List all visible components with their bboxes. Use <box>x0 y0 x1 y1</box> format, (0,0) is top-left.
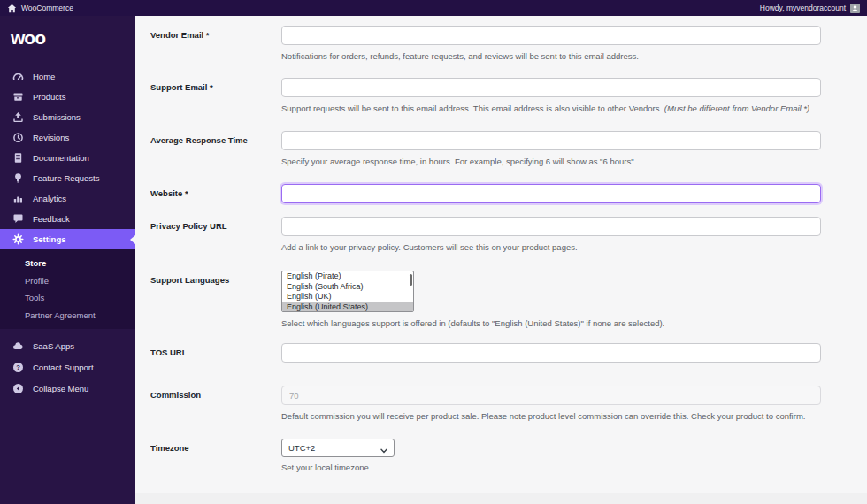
woo-logo: woo <box>0 16 135 50</box>
sidebar-item-feedback[interactable]: Feedback <box>0 209 135 229</box>
privacy-policy-url-label: Privacy Policy URL <box>150 217 281 253</box>
sidebar-item-feature-requests[interactable]: Feature Requests <box>0 168 135 188</box>
bar-chart-icon <box>12 193 24 204</box>
vendor-email-description: Notifications for orders, refunds, featu… <box>281 50 821 62</box>
field-row-average-response-time: Average Response Time Specify your avera… <box>150 131 867 167</box>
commission-label: Commission <box>150 386 281 422</box>
products-icon <box>12 91 24 103</box>
sidebar-item-products[interactable]: Products <box>0 87 135 107</box>
field-row-tos-url: TOS URL <box>150 343 867 363</box>
average-response-time-description: Specify your average response time, in h… <box>281 156 821 167</box>
sidebar-item-label: Feedback <box>33 214 70 224</box>
field-row-commission: Commission Default commission you will r… <box>150 386 867 422</box>
submenu-item-tools[interactable]: Tools <box>0 289 135 307</box>
sidebar-item-home[interactable]: Home <box>0 66 135 87</box>
submenu-item-store[interactable]: Store <box>0 255 135 272</box>
document-icon <box>12 152 24 164</box>
support-languages-label: Support Languages <box>150 271 281 329</box>
vendor-settings-page: WooCommerce Howdy, myvendoraccount woo H… <box>0 0 867 504</box>
svg-text:?: ? <box>16 363 20 371</box>
sidebar-item-label: Collapse Menu <box>33 384 88 393</box>
field-row-support-email: Support Email * Support requests will be… <box>150 78 867 114</box>
field-row-vendor-email: Vendor Email * Notifications for orders,… <box>150 26 867 62</box>
sidebar-item-label: Products <box>33 92 66 102</box>
sidebar-item-saas-apps[interactable]: SaaS Apps <box>0 335 135 356</box>
support-email-description-text: Support requests will be sent to this em… <box>281 103 664 113</box>
home-icon <box>7 4 17 13</box>
listbox-scrollbar-thumb[interactable] <box>410 274 412 286</box>
sidebar-item-label: Revisions <box>33 133 69 142</box>
chevron-down-icon <box>380 446 387 455</box>
howdy-text: Howdy, myvendoraccount <box>760 4 846 12</box>
upload-icon <box>12 111 24 123</box>
support-languages-listbox[interactable]: English (Pirate) English (South Africa) … <box>281 271 414 312</box>
field-row-privacy-policy-url: Privacy Policy URL Add a link to your pr… <box>150 217 867 253</box>
sidebar-item-documentation[interactable]: Documentation <box>0 148 135 168</box>
gear-icon <box>12 233 24 245</box>
sidebar-item-label: Feature Requests <box>33 173 100 183</box>
support-email-description: Support requests will be sent to this em… <box>281 103 821 114</box>
admin-bar: WooCommerce Howdy, myvendoraccount <box>0 0 867 16</box>
tos-url-input[interactable] <box>281 343 821 363</box>
average-response-time-label: Average Response Time <box>150 131 281 167</box>
language-option[interactable]: English (UK) <box>282 292 413 302</box>
sidebar-menu: Home Products Submissions Revisions <box>0 66 135 249</box>
sidebar-item-collapse-menu[interactable]: Collapse Menu <box>0 378 135 399</box>
language-option-selected[interactable]: English (United States) <box>282 302 413 313</box>
privacy-policy-url-input[interactable] <box>281 217 821 236</box>
admin-bar-site-link[interactable]: WooCommerce <box>7 4 73 13</box>
submenu-item-partner-agreement[interactable]: Partner Agreement <box>0 307 135 325</box>
field-row-timezone: Timezone UTC+2 Set your local timezone. <box>150 439 867 473</box>
support-email-description-note: (Must be different from Vendor Email *) <box>664 103 809 113</box>
sidebar-item-submissions[interactable]: Submissions <box>0 107 135 127</box>
timezone-description: Set your local timezone. <box>281 462 821 473</box>
store-settings-form: Vendor Email * Notifications for orders,… <box>135 16 867 504</box>
text-caret <box>288 188 288 199</box>
website-input[interactable] <box>281 184 821 203</box>
site-name: WooCommerce <box>21 4 73 12</box>
history-icon <box>12 132 24 143</box>
sidebar: woo Home Products Submissions <box>0 16 135 504</box>
submenu-item-profile[interactable]: Profile <box>0 272 135 290</box>
cloud-icon <box>12 340 24 352</box>
content-footer-strip <box>135 493 867 504</box>
chat-icon <box>12 213 24 225</box>
vendor-email-input[interactable] <box>281 26 821 45</box>
lightbulb-icon <box>12 172 24 184</box>
sidebar-item-analytics[interactable]: Analytics <box>0 188 135 209</box>
support-email-label: Support Email * <box>150 78 281 114</box>
dashboard-icon <box>12 71 24 82</box>
timezone-select[interactable]: UTC+2 <box>281 439 395 457</box>
field-row-website: Website * <box>150 184 867 203</box>
vendor-email-label: Vendor Email * <box>150 26 281 62</box>
collapse-icon <box>12 383 24 394</box>
sidebar-item-revisions[interactable]: Revisions <box>0 127 135 148</box>
sidebar-item-label: Documentation <box>33 153 89 163</box>
admin-bar-account[interactable]: Howdy, myvendoraccount <box>760 4 860 13</box>
privacy-policy-url-description: Add a link to your privacy policy. Custo… <box>281 241 821 253</box>
timezone-label: Timezone <box>150 439 281 473</box>
support-languages-description: Select which languages support is offere… <box>281 317 821 329</box>
commission-description: Default commission you will receive per … <box>281 410 821 422</box>
tos-url-label: TOS URL <box>150 343 281 363</box>
settings-submenu: Store Profile Tools Partner Agreement <box>0 249 135 329</box>
commission-input <box>281 386 821 405</box>
sidebar-item-label: Submissions <box>33 112 81 122</box>
avatar <box>850 4 860 13</box>
average-response-time-input[interactable] <box>281 131 821 150</box>
sidebar-item-settings[interactable]: Settings <box>0 229 135 249</box>
help-icon: ? <box>12 362 24 373</box>
sidebar-item-label: Home <box>33 72 55 81</box>
website-label: Website * <box>150 184 281 203</box>
sidebar-footer-menu: SaaS Apps ? Contact Support Collapse Men… <box>0 335 135 399</box>
sidebar-item-label: Settings <box>33 234 65 244</box>
sidebar-item-label: SaaS Apps <box>33 341 74 351</box>
timezone-selected-value: UTC+2 <box>288 443 315 453</box>
sidebar-item-contact-support[interactable]: ? Contact Support <box>0 356 135 378</box>
field-row-support-languages: Support Languages English (Pirate) Engli… <box>150 271 867 329</box>
language-option[interactable]: English (Pirate) <box>282 271 413 282</box>
sidebar-item-label: Contact Support <box>33 363 94 372</box>
support-email-input[interactable] <box>281 78 821 97</box>
language-option[interactable]: English (South Africa) <box>282 282 413 293</box>
sidebar-item-label: Analytics <box>33 194 66 203</box>
